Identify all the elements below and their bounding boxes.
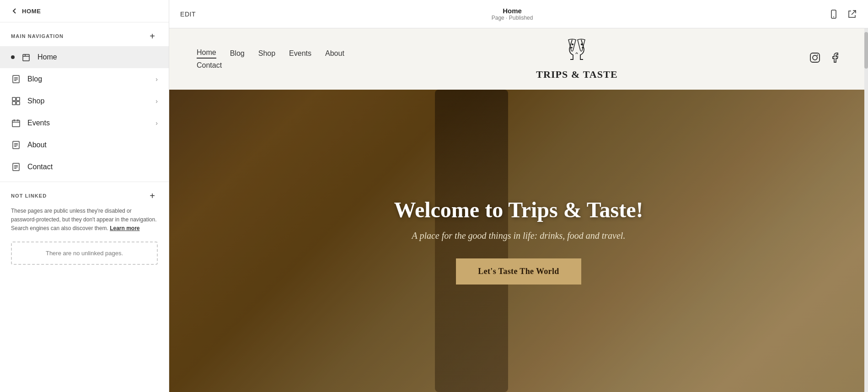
svg-point-11 bbox=[572, 44, 573, 45]
mobile-icon bbox=[829, 9, 839, 19]
site-nav-contact[interactable]: Contact bbox=[197, 61, 222, 69]
home-active-dot bbox=[11, 55, 15, 59]
scrollbar-thumb bbox=[864, 32, 868, 69]
add-nav-item-button[interactable]: + bbox=[147, 31, 158, 42]
add-unlinked-button[interactable]: + bbox=[147, 190, 158, 201]
site-nav: Home Blog Shop Events About Contact bbox=[197, 48, 344, 70]
site-hero: Welcome to Trips & Taste! A place for th… bbox=[169, 90, 868, 392]
website-preview: Home Blog Shop Events About Contact bbox=[169, 28, 868, 392]
shop-page-icon bbox=[11, 96, 21, 106]
not-linked-header: NOT LINKED + bbox=[11, 190, 158, 201]
preview-scrollbar[interactable] bbox=[864, 28, 868, 392]
svg-point-12 bbox=[572, 47, 573, 48]
svg-rect-2 bbox=[12, 97, 16, 101]
main-nav-section-header: MAIN NAVIGATION + bbox=[0, 22, 169, 46]
nav-item-home[interactable]: Home bbox=[0, 46, 169, 68]
topbar: EDIT Home Page · Published bbox=[169, 0, 868, 28]
logo-glasses-icon bbox=[563, 38, 590, 67]
events-page-icon bbox=[11, 118, 21, 128]
main-nav-title: MAIN NAVIGATION bbox=[11, 33, 64, 39]
svg-rect-15 bbox=[810, 53, 820, 62]
nav-item-blog[interactable]: Blog › bbox=[0, 68, 169, 90]
mobile-preview-button[interactable] bbox=[829, 9, 839, 19]
site-nav-blog[interactable]: Blog bbox=[230, 49, 245, 58]
back-button[interactable]: HOME bbox=[0, 0, 169, 22]
home-page-icon bbox=[21, 52, 31, 62]
nav-item-about-label: About bbox=[27, 141, 158, 149]
instagram-icon[interactable] bbox=[809, 52, 820, 66]
site-header: Home Blog Shop Events About Contact bbox=[169, 28, 868, 90]
svg-rect-0 bbox=[23, 54, 29, 61]
site-nav-home[interactable]: Home bbox=[197, 48, 216, 59]
svg-point-10 bbox=[833, 16, 834, 17]
not-linked-title: NOT LINKED bbox=[11, 193, 47, 199]
logo-text: TRIPS & TASTE bbox=[536, 69, 618, 81]
svg-rect-4 bbox=[12, 102, 16, 105]
facebook-icon[interactable] bbox=[830, 52, 841, 66]
nav-item-shop-label: Shop bbox=[27, 97, 149, 105]
back-label: HOME bbox=[22, 8, 41, 15]
nav-item-contact[interactable]: Contact bbox=[0, 156, 169, 178]
topbar-center: Home Page · Published bbox=[492, 7, 533, 21]
events-chevron-icon: › bbox=[155, 119, 158, 127]
hero-cta-button[interactable]: Let's Taste The World bbox=[456, 258, 581, 285]
external-link-button[interactable] bbox=[847, 9, 857, 19]
svg-rect-3 bbox=[16, 97, 20, 101]
sidebar: HOME MAIN NAVIGATION + Home bbox=[0, 0, 169, 392]
nav-item-events-label: Events bbox=[27, 119, 149, 127]
hero-subtitle: A place for the good things in life: dri… bbox=[394, 231, 643, 241]
nav-item-blog-label: Blog bbox=[27, 75, 149, 83]
hero-content: Welcome to Trips & Taste! A place for th… bbox=[385, 179, 653, 303]
nav-item-contact-label: Contact bbox=[27, 163, 158, 171]
no-unlinked-pages-box: There are no unlinked pages. bbox=[11, 242, 158, 265]
learn-more-link[interactable]: Learn more bbox=[110, 225, 139, 231]
site-social-icons bbox=[809, 52, 841, 66]
external-link-icon bbox=[847, 9, 857, 19]
edit-button[interactable]: EDIT bbox=[180, 11, 196, 18]
nav-list: Home Blog › Shop bbox=[0, 46, 169, 178]
topbar-icons bbox=[829, 9, 857, 19]
preview-frame: Home Blog Shop Events About Contact bbox=[169, 28, 868, 392]
nav-item-events[interactable]: Events › bbox=[0, 112, 169, 134]
main-area: EDIT Home Page · Published bbox=[169, 0, 868, 392]
shop-chevron-icon: › bbox=[155, 97, 158, 105]
nav-item-shop[interactable]: Shop › bbox=[0, 90, 169, 112]
not-linked-description: These pages are public unless they're di… bbox=[11, 207, 158, 238]
svg-point-17 bbox=[817, 54, 818, 55]
site-nav-events[interactable]: Events bbox=[289, 49, 311, 58]
contact-page-icon bbox=[11, 162, 21, 172]
svg-rect-6 bbox=[12, 120, 20, 127]
page-name: Home bbox=[492, 7, 533, 15]
svg-point-16 bbox=[813, 55, 817, 60]
no-unlinked-label: There are no unlinked pages. bbox=[46, 250, 123, 257]
nav-item-home-label: Home bbox=[38, 53, 158, 61]
about-page-icon bbox=[11, 140, 21, 150]
nav-item-about[interactable]: About bbox=[0, 134, 169, 156]
back-arrow-icon bbox=[11, 7, 18, 15]
page-status: Page · Published bbox=[492, 15, 533, 21]
site-nav-about[interactable]: About bbox=[325, 49, 344, 58]
svg-point-14 bbox=[583, 47, 584, 48]
blog-chevron-icon: › bbox=[155, 75, 158, 83]
hero-title: Welcome to Trips & Taste! bbox=[394, 197, 643, 222]
blog-page-icon bbox=[11, 74, 21, 84]
site-logo: TRIPS & TASTE bbox=[536, 38, 618, 81]
site-nav-shop[interactable]: Shop bbox=[258, 49, 275, 58]
svg-point-13 bbox=[581, 44, 582, 45]
svg-rect-5 bbox=[16, 102, 20, 105]
champagne-glasses-svg bbox=[563, 38, 590, 63]
not-linked-section: NOT LINKED + These pages are public unle… bbox=[0, 182, 169, 269]
